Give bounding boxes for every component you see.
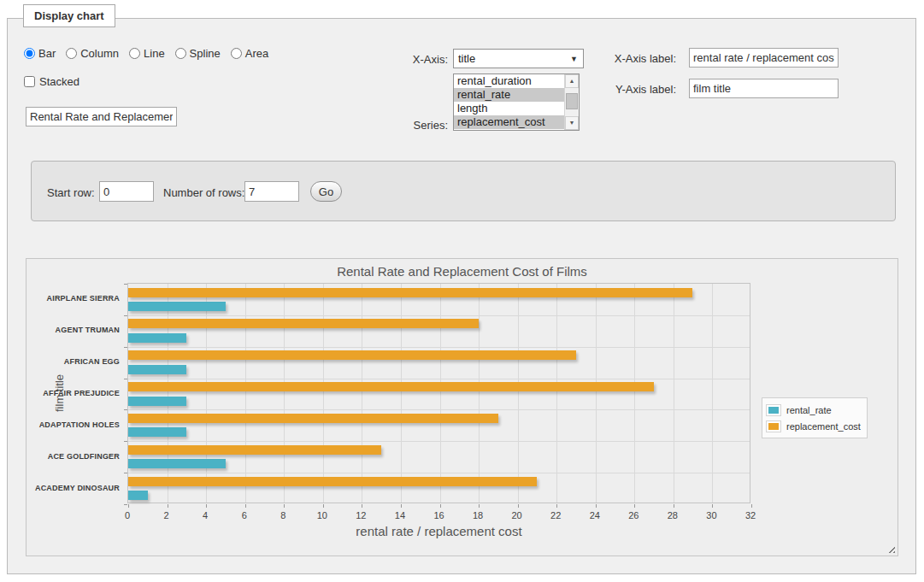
chart-type-radio-bar[interactable] xyxy=(24,48,35,59)
num-rows-input[interactable] xyxy=(244,181,299,202)
start-row-input[interactable] xyxy=(99,181,154,202)
bar-replacement_cost xyxy=(128,382,654,391)
x-tick-label: 16 xyxy=(422,510,456,520)
chart-type-radio-area[interactable] xyxy=(231,48,242,59)
stacked-checkbox[interactable] xyxy=(24,76,35,87)
scrollbar-thumb[interactable] xyxy=(566,93,578,109)
series-option-selected[interactable]: replacement_cost xyxy=(454,115,579,129)
x-tick-label: 22 xyxy=(539,510,573,520)
bar-rental_rate xyxy=(128,397,186,406)
chart-type-option-line[interactable]: Line xyxy=(129,47,165,60)
y-gridline xyxy=(128,347,750,348)
x-tick-label: 24 xyxy=(578,510,612,520)
bar-rental_rate xyxy=(128,491,148,500)
chart-type-option-column[interactable]: Column xyxy=(66,47,119,60)
y-category-label: AIRPLANE SIERRA xyxy=(26,294,120,303)
x-tick-label: 26 xyxy=(616,510,650,520)
y-tick-mark xyxy=(124,284,127,285)
x-tick-mark xyxy=(634,504,635,508)
bar-rental_rate xyxy=(128,333,186,343)
y-tick-mark xyxy=(124,409,127,410)
chart-type-option-bar[interactable]: Bar xyxy=(24,47,56,60)
fieldset-legend: Display chart xyxy=(23,4,115,27)
x-tick-label: 32 xyxy=(733,510,768,520)
x-tick-label: 20 xyxy=(500,510,534,520)
x-tick-label: 14 xyxy=(383,510,417,520)
x-gridline xyxy=(168,284,168,503)
bar-replacement_cost xyxy=(128,350,576,360)
chart-legend: rental_ratereplacement_cost xyxy=(762,397,868,438)
y-gridline xyxy=(128,473,750,473)
series-option[interactable]: rental_duration xyxy=(454,74,579,88)
chart-type-label: Column xyxy=(80,47,119,60)
bar-replacement_cost xyxy=(128,319,479,328)
bar-rental_rate xyxy=(128,365,186,374)
chart-type-radio-spline[interactable] xyxy=(175,48,186,59)
chart-type-option-area[interactable]: Area xyxy=(231,47,268,60)
x-tick-mark xyxy=(245,504,246,508)
x-tick-mark xyxy=(401,504,402,508)
x-tick-mark xyxy=(751,504,752,508)
bar-rental_rate xyxy=(128,302,226,311)
y-gridline xyxy=(128,315,750,316)
x-axis-select[interactable]: title ▼ xyxy=(453,49,584,68)
y-tick-mark xyxy=(124,379,127,379)
x-tick-label: 18 xyxy=(461,510,495,520)
x-gridline xyxy=(323,284,324,503)
y-category-label: AFRICAN EGG xyxy=(26,357,120,366)
scroll-down-icon[interactable]: ▼ xyxy=(565,116,579,130)
chart-type-group: Bar Column Line Spline Area xyxy=(24,47,274,60)
y-axis-label-input[interactable] xyxy=(689,79,839,98)
x-tick-mark xyxy=(362,504,362,508)
chart-title: Rental Rate and Replacement Cost of Film… xyxy=(26,264,898,279)
bar-rental_rate xyxy=(128,459,226,468)
listbox-scrollbar[interactable]: ▲ ▼ xyxy=(564,74,579,130)
plot-area xyxy=(127,283,750,503)
chart-type-radio-column[interactable] xyxy=(66,48,77,59)
x-gridline xyxy=(596,284,597,503)
x-axis-label-input[interactable] xyxy=(689,48,839,68)
y-tick-mark xyxy=(124,347,127,348)
x-gridline xyxy=(245,284,246,503)
bar-replacement_cost xyxy=(128,445,381,455)
legend-swatch xyxy=(767,421,780,432)
y-category-label: AFFAIR PREJUDICE xyxy=(26,389,120,397)
chart-title-input[interactable] xyxy=(26,107,177,126)
x-gridline xyxy=(284,284,285,503)
x-tick-mark xyxy=(712,504,713,508)
resize-grip-icon[interactable] xyxy=(886,544,895,553)
y-category-label: AGENT TRUMAN xyxy=(26,326,120,334)
chart-type-label: Bar xyxy=(38,47,56,60)
stacked-option[interactable]: Stacked xyxy=(24,75,79,88)
bar-replacement_cost xyxy=(128,414,498,423)
x-gridline xyxy=(206,284,207,503)
x-tick-mark xyxy=(479,504,480,508)
x-gridline xyxy=(362,284,362,503)
legend-entry: replacement_cost xyxy=(767,418,861,434)
x-tick-mark xyxy=(674,504,674,508)
x-tick-label: 0 xyxy=(110,510,144,520)
go-button[interactable]: Go xyxy=(310,181,342,202)
y-tick-mark xyxy=(124,473,127,473)
chart-type-option-spline[interactable]: Spline xyxy=(175,47,221,60)
bar-replacement_cost xyxy=(128,477,537,486)
y-category-label: ACADEMY DINOSAUR xyxy=(26,484,120,492)
y-category-label: ADAPTATION HOLES xyxy=(26,420,120,429)
legend-swatch xyxy=(767,405,780,415)
num-rows-label: Number of rows: xyxy=(163,186,244,199)
x-tick-label: 2 xyxy=(150,510,184,520)
series-option[interactable]: length xyxy=(454,102,579,115)
x-axis-title: rental rate / replacement cost xyxy=(127,524,750,538)
bar-rental_rate xyxy=(128,427,186,437)
chart-type-radio-line[interactable] xyxy=(129,48,140,59)
y-tick-mark xyxy=(124,441,127,442)
scroll-up-icon[interactable]: ▲ xyxy=(565,74,579,88)
x-tick-label: 12 xyxy=(344,510,378,520)
bar-replacement_cost xyxy=(128,288,692,297)
x-gridline xyxy=(479,284,480,503)
x-tick-label: 6 xyxy=(227,510,262,520)
y-gridline xyxy=(128,379,750,379)
series-option-selected[interactable]: rental_rate xyxy=(454,88,579,102)
legend-label: replacement_cost xyxy=(780,421,861,432)
series-listbox[interactable]: rental_duration rental_rate length repla… xyxy=(453,73,580,131)
